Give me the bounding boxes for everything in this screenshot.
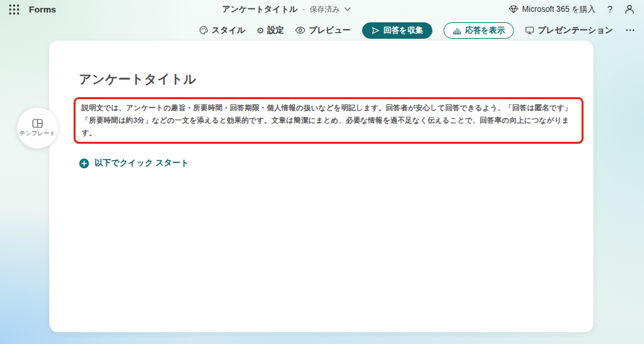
palette-icon	[199, 26, 208, 35]
settings-label: 設定	[267, 25, 284, 36]
title-separator: -	[302, 5, 305, 14]
presentation-button[interactable]: プレゼンテーション	[525, 25, 613, 36]
help-button[interactable]: ?	[607, 4, 612, 14]
quick-start-label: 以下でクイック スタート	[95, 158, 189, 169]
app-name: Forms	[29, 5, 56, 14]
view-responses-label: 応答を表示	[465, 25, 505, 36]
top-header: Forms アンケートタイトル - 保存済み Microsoft 365 を購入…	[0, 0, 644, 18]
form-title-field[interactable]: アンケートタイトル	[79, 71, 584, 88]
view-responses-button[interactable]: 応答を表示	[444, 22, 514, 39]
chevron-down-icon[interactable]	[344, 7, 351, 11]
app-launcher-icon[interactable]	[9, 4, 20, 14]
form-description-text: 説明文では、アンケートの趣旨・所要時間・回答期限・個人情報の扱いなどを明記します…	[81, 102, 576, 139]
preview-button[interactable]: プレビュー	[295, 25, 351, 36]
preview-label: プレビュー	[309, 25, 351, 36]
settings-button[interactable]: ⚙ 設定	[256, 25, 284, 36]
document-title[interactable]: アンケートタイトル	[222, 4, 298, 15]
collect-responses-button[interactable]: 回答を収集	[362, 22, 432, 39]
template-icon	[32, 119, 43, 128]
quick-start-button[interactable]: 以下でクイック スタート	[79, 158, 189, 169]
template-button[interactable]: テンプレート	[17, 108, 58, 148]
saved-status: 保存済み	[310, 5, 340, 14]
style-button[interactable]: スタイル	[199, 25, 245, 36]
eye-icon	[295, 26, 306, 34]
bar-chart-icon	[453, 26, 461, 35]
account-person-icon[interactable]	[624, 4, 635, 14]
gem-icon	[509, 5, 518, 14]
send-icon	[371, 26, 380, 35]
form-toolbar: スタイル ⚙ 設定 プレビュー 回答を収集 応答を表示	[199, 22, 636, 39]
plus-circle-icon	[79, 158, 89, 169]
more-ellipsis-icon	[626, 29, 635, 32]
presentation-label: プレゼンテーション	[538, 25, 613, 36]
template-label: テンプレート	[19, 129, 55, 138]
monitor-icon	[525, 26, 534, 35]
collect-responses-label: 回答を収集	[384, 25, 423, 36]
style-label: スタイル	[212, 25, 245, 36]
buy-microsoft365-button[interactable]: Microsoft 365 を購入	[509, 4, 596, 15]
form-editor-card: アンケートタイトル 説明文では、アンケートの趣旨・所要時間・回答期限・個人情報の…	[49, 41, 593, 332]
document-title-bar[interactable]: アンケートタイトル - 保存済み	[222, 0, 351, 18]
gear-icon: ⚙	[256, 26, 264, 35]
form-description-field[interactable]: 説明文では、アンケートの趣旨・所要時間・回答期限・個人情報の扱いなどを明記します…	[74, 97, 584, 144]
waffle-grid-icon	[9, 5, 19, 14]
buy-label: Microsoft 365 を購入	[522, 4, 596, 15]
more-options-button[interactable]	[624, 28, 636, 33]
